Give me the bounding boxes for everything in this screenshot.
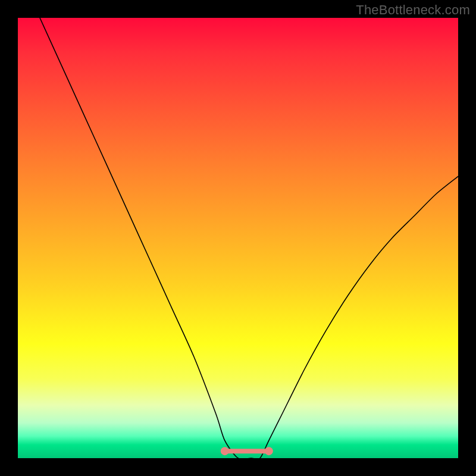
watermark-text: TheBottleneck.com [356,2,470,18]
chart-svg [18,18,458,458]
plot-area [18,18,458,458]
optimal-range-start-dot [221,447,229,455]
optimal-range-bar [225,449,269,453]
optimal-range-end-dot [265,447,273,455]
bottleneck-curve-line [40,18,458,458]
chart-frame: TheBottleneck.com [0,0,476,476]
